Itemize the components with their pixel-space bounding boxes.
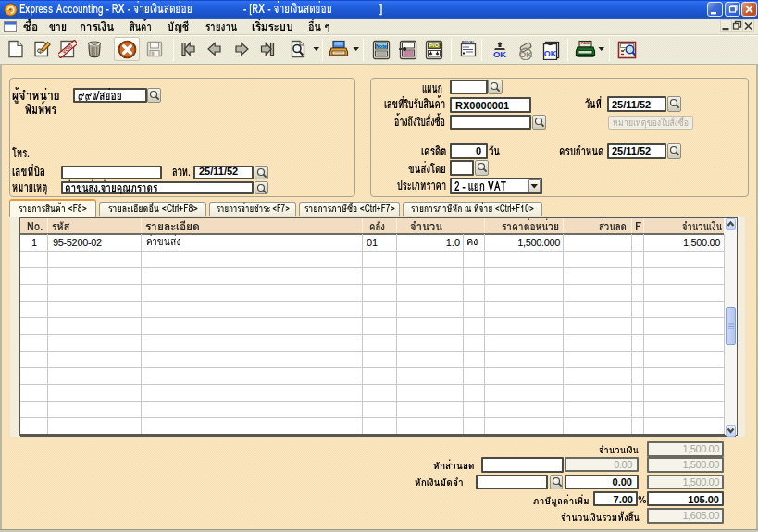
- svg-text:OK: OK: [544, 49, 557, 58]
- svg-text:Note: Note: [376, 43, 387, 49]
- svg-text:OK: OK: [493, 49, 506, 59]
- svg-text:REVAL: REVAL: [462, 40, 476, 44]
- svg-text:PAID: PAID: [581, 41, 590, 45]
- svg-text:P/O: P/O: [429, 43, 440, 48]
